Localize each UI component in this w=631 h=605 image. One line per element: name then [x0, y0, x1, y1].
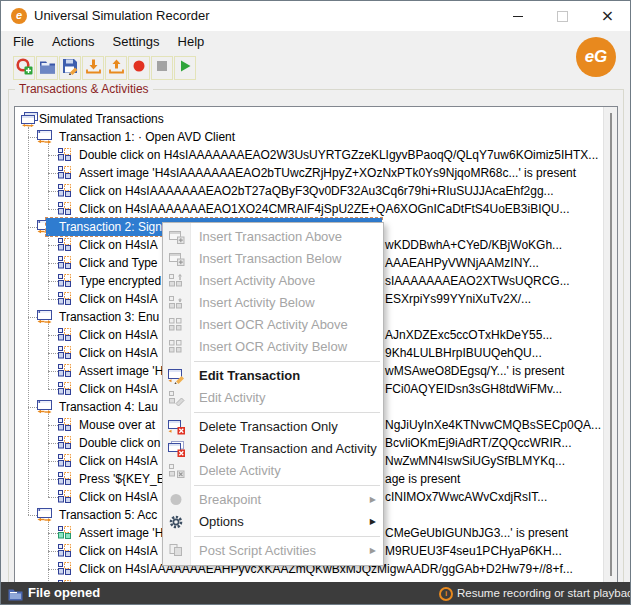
tree-row-label: Transaction 5: Acc: [59, 506, 157, 524]
tree-connector: [48, 144, 49, 209]
close-button[interactable]: ×: [585, 1, 630, 31]
minimize-button[interactable]: [495, 1, 540, 31]
tree-row-click-on-h4siaaaaaaaeao2[interactable]: Click on H4sIAAAAAAAEAO2bT27aQByF3Qv0DF3…: [15, 182, 617, 200]
titlebar: e Universal Simulation Recorder ×: [1, 1, 630, 31]
delete-activity-icon: [168, 463, 186, 479]
tree-connector: [48, 353, 58, 354]
insert-transaction-above-icon: [168, 229, 186, 245]
menu-item-label: Delete Activity: [199, 463, 281, 478]
tree-connector: [48, 551, 58, 552]
breakpoint-icon: [168, 492, 186, 508]
close-icon: ×: [601, 6, 614, 25]
export-file-button[interactable]: [105, 56, 127, 80]
tree-row-label: Transaction 1: · Open AVD Client: [59, 128, 235, 146]
tree-row-double-click-on-h4siaaaa[interactable]: Double click on H4sIAAAAAAAEAO2W3UsUYRTG…: [15, 146, 617, 164]
tree-row-label: Type encrypted: [79, 272, 161, 290]
save-file-button[interactable]: [59, 56, 81, 80]
import-file-button[interactable]: [82, 56, 104, 80]
menu-item-label: Insert Activity Above: [199, 273, 315, 288]
tree-connector: [48, 173, 58, 174]
menu-item-label: Breakpoint: [199, 492, 261, 507]
tree-row-label: Click on H4sIA: [79, 236, 158, 254]
menu-item-label: Edit Transaction: [199, 368, 300, 383]
new-recording-button[interactable]: [13, 56, 35, 80]
tree-row-label-continuation: FCi0AQYEIDsn3sGH8tdWiFMv...: [385, 380, 562, 398]
tree-connector: [48, 299, 58, 300]
tree-row-assert-image-h4siaaaaaa[interactable]: Assert image 'H4sIAAAAAAAEAO2bTUwcZRjHpy…: [15, 164, 617, 182]
tree-row-transaction-1-open-av[interactable]: Transaction 1: · Open AVD Client: [15, 128, 617, 146]
tree-row-label-continuation: cINIMOx7WwcAWvCxdjRsIT...: [385, 488, 547, 506]
tree-row-label: Double click on H4sIAAAAAAAEAO2W3UsUYRTG…: [79, 146, 598, 164]
menu-item-insert-transaction-below: Insert Transaction Below: [163, 248, 383, 270]
import-file-icon: [85, 58, 102, 78]
maximize-button[interactable]: [540, 1, 585, 31]
info-icon: i: [439, 587, 453, 601]
tree-row-label: Press '${KEY_ES: [79, 470, 173, 488]
menu-item-label: Delete Transaction and Activity: [199, 441, 377, 456]
menu-separator: [194, 485, 380, 486]
tree-row-label: Transaction 4: Lau: [59, 398, 158, 416]
minimize-icon: [513, 16, 523, 17]
tree-connector: [48, 245, 58, 246]
tree-connector: [48, 533, 58, 534]
tree-connector: [28, 127, 29, 515]
submenu-arrow-icon: ▶: [370, 489, 376, 511]
menu-item-insert-activity-below: Insert Activity Below: [163, 292, 383, 314]
tree-row-label: Click on H4sIA: [79, 326, 158, 344]
tree-row-label: Mouse over at: [79, 416, 155, 434]
menu-settings[interactable]: Settings: [104, 31, 169, 53]
tree-row-label: Click on H4sIA: [79, 380, 158, 398]
open-file-button[interactable]: [36, 56, 58, 80]
tree-row-label-continuation: wMSAweO8DEgsq/Y...' is present: [385, 362, 564, 380]
save-file-icon: [62, 58, 79, 79]
statusbar: File opened i Resume recording or start …: [1, 582, 630, 604]
menu-item-delete-transaction-and-activity[interactable]: Delete Transaction and Activity: [163, 438, 383, 460]
menu-item-label: Post Script Activities: [199, 543, 316, 558]
tree-row-label: Click on H4sIAAAAAAAEAO2bT27aQByF3Qv0DF3…: [79, 182, 554, 200]
submenu-arrow-icon: ▶: [370, 511, 376, 533]
tree-row-label: Click and Type: [79, 254, 158, 272]
menu-item-label: Options: [199, 514, 244, 529]
tree-connector: [28, 137, 37, 138]
play-button[interactable]: [174, 56, 196, 80]
tree-row-simulated-transactions[interactable]: Simulated Transactions: [15, 110, 617, 128]
tree-connector: [48, 425, 58, 426]
context-menu: Insert Transaction AboveInsert Transacti…: [162, 222, 384, 566]
tree-row-label-continuation: AJnXDZExc5ccOTxHkDeY55...: [385, 326, 552, 344]
tree-row-label: Click on H4sIAAAAAAAEAO1XO24CMRAIF4jSpU2…: [79, 200, 570, 218]
tree-row-label-continuation: ESXrpiYs99YYniXuTv2X/...: [385, 290, 531, 308]
insert-activity-above-icon: [168, 273, 186, 289]
tree-row-label: Assert image 'H4sIAAAAAAAEAO2bTUwcZRjHpy…: [79, 164, 576, 182]
stop-button[interactable]: [151, 56, 173, 80]
tree-row-label: Click on H4sIA: [79, 542, 158, 560]
menu-item-delete-transaction-only[interactable]: Delete Transaction Only: [163, 416, 383, 438]
menu-file[interactable]: File: [4, 31, 43, 53]
tree-row-label-continuation: NgJiUyInXe4KTNvwCMQBsSECp0QA...: [385, 416, 601, 434]
menu-item-edit-transaction[interactable]: Edit Transaction: [163, 365, 383, 387]
tree-connector: [28, 407, 37, 408]
maximize-icon: [557, 11, 568, 22]
record-button[interactable]: [128, 56, 150, 80]
post-script-icon: [168, 543, 186, 559]
tree-connector: [48, 443, 58, 444]
delete-transaction-only-icon: [168, 419, 186, 435]
edit-activity-icon: [168, 390, 186, 406]
tree-connector: [48, 497, 58, 498]
options-gear-icon: [168, 514, 186, 530]
menu-item-label: Insert Transaction Above: [199, 229, 342, 244]
tree-row-label: Assert image 'H: [79, 524, 163, 542]
tree-connector: [48, 209, 58, 210]
menu-help[interactable]: Help: [169, 31, 214, 53]
insert-transaction-below-icon: [168, 251, 186, 267]
tree-row-click-on-h4siaaaaaaaeao1[interactable]: Click on H4sIAAAAAAAEAO1XO24CMRAIF4jSpU2…: [15, 200, 617, 218]
stop-icon: [155, 59, 169, 77]
menu-actions[interactable]: Actions: [43, 31, 104, 53]
menu-item-options[interactable]: Options▶: [163, 511, 383, 533]
tree-row-label: Click on H4sIA: [79, 488, 158, 506]
status-message: File opened: [28, 582, 100, 604]
delete-transaction-activity-icon: [168, 441, 186, 457]
menu-item-label: Insert Activity Below: [199, 295, 315, 310]
tree-row-label-continuation: CMeGeUbIGUNbJG3...' is present: [385, 524, 568, 542]
toolbar: [13, 56, 196, 80]
tree-connector: [48, 522, 49, 583]
